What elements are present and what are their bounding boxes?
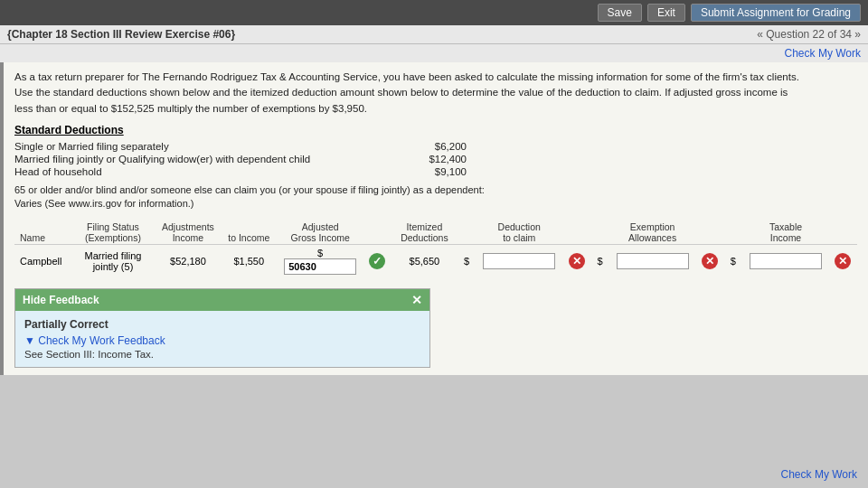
adjusted-gross-input[interactable] (284, 258, 356, 275)
save-button[interactable]: Save (598, 4, 642, 22)
deduction-label-married-joint: Married filing jointly or Qualifying wid… (14, 154, 310, 164)
col-header-filing-status: Filing Status (Exemptions) (71, 221, 155, 245)
feedback-see-text: See Section III: Income Tax. (24, 349, 420, 360)
col-header-x2 (695, 221, 723, 245)
cell-taxable (742, 244, 829, 277)
feedback-header-label: Hide Feedback (23, 294, 99, 306)
dollar-sign-exemption: $ (597, 256, 602, 267)
cell-x2: ✕ (695, 244, 723, 277)
standard-deductions-header: Standard Deductions (14, 124, 857, 136)
exemption-input[interactable] (617, 253, 689, 269)
instructions-line3: less than or equal to $152,525 multiply … (14, 103, 367, 114)
x-icon-3: ✕ (835, 253, 851, 269)
deduction-claim-input[interactable] (483, 253, 555, 269)
cell-x3: ✕ (829, 244, 857, 277)
toolbar: Save Exit Submit Assignment for Grading (0, 0, 868, 25)
col-header-to-income: to Income (221, 221, 277, 245)
deduction-label-single: Single or Married filing separately (14, 141, 169, 152)
col-header-name: Name (14, 221, 71, 245)
cell-dollar-exemption: $ (590, 244, 609, 277)
cell-adjustments: $1,550 (221, 244, 277, 277)
table-row: Campbell Married filing jointly (5) $52,… (14, 244, 857, 277)
data-table-wrapper: Name Filing Status (Exemptions) Adjustme… (14, 221, 857, 277)
feedback-body: Partially Correct ▼ Check My Work Feedba… (15, 311, 429, 367)
main-content: As a tax return preparer for The Fernand… (0, 62, 868, 375)
data-table: Name Filing Status (Exemptions) Adjustme… (14, 221, 857, 277)
instructions-line1: As a tax return preparer for The Fernand… (14, 71, 799, 82)
dollar-sign-deduction: $ (464, 256, 469, 267)
question-nav[interactable]: « Question 22 of 34 » (757, 28, 861, 41)
deduction-row-hoh: Head of household $9,100 (14, 165, 467, 178)
check-my-work-bottom[interactable]: Check My Work (781, 468, 857, 481)
deduction-amount-married-joint: $12,400 (412, 154, 467, 164)
col-header-taxable: Taxable Income (742, 221, 829, 245)
x-icon-2: ✕ (702, 253, 718, 269)
deduction-note: 65 or older and/or blind and/or someone … (14, 183, 485, 211)
col-header-dollar-exemption (590, 221, 609, 245)
feedback-link[interactable]: ▼ Check My Work Feedback (24, 334, 420, 347)
taxable-income-input[interactable] (750, 253, 822, 269)
deduction-row-single: Single or Married filing separately $6,2… (14, 140, 467, 153)
instructions: As a tax return preparer for The Fernand… (14, 70, 857, 117)
x-icon-1: ✕ (569, 253, 585, 269)
chapter-bar: {Chapter 18 Section III Review Exercise … (0, 25, 868, 44)
cell-name: Campbell (14, 244, 71, 277)
dollar-sign-taxable: $ (731, 256, 736, 267)
cell-check-icon: ✓ (363, 244, 392, 277)
feedback-section: Hide Feedback ✕ Partially Correct ▼ Chec… (14, 288, 430, 368)
deduction-label-hoh: Head of household (14, 166, 102, 177)
col-header-dollar-taxable (724, 221, 743, 245)
deduction-table: Single or Married filing separately $6,2… (14, 140, 467, 178)
cell-income: $52,180 (156, 244, 221, 277)
feedback-header: Hide Feedback ✕ (15, 289, 429, 311)
cell-filing-status: Married filing jointly (5) (71, 244, 155, 277)
check-icon: ✓ (369, 253, 385, 269)
deduction-row-married-joint: Married filing jointly or Qualifying wid… (14, 153, 467, 165)
cell-itemized: $5,650 (392, 244, 458, 277)
col-header-adjustments: Adjustments Income (156, 221, 221, 245)
col-header-x3 (829, 221, 857, 245)
cell-x1: ✕ (562, 244, 590, 277)
cell-dollar-deduction: $ (458, 244, 476, 277)
submit-button[interactable]: Submit Assignment for Grading (691, 4, 861, 22)
deduction-amount-hoh: $9,100 (412, 166, 467, 177)
deduction-amount-single: $6,200 (412, 141, 467, 152)
col-header-itemized: Itemized Deductions (392, 221, 458, 245)
instructions-line2: Use the standard deductions shown below … (14, 87, 788, 98)
cell-exemption (609, 244, 696, 277)
cell-deduction-claim (476, 244, 562, 277)
col-header-exemption: Exemption Allowances (609, 221, 696, 245)
feedback-status: Partially Correct (24, 318, 420, 331)
col-header-deduction-claim: Deduction to claim (476, 221, 562, 245)
feedback-close-button[interactable]: ✕ (411, 293, 422, 307)
cell-dollar-taxable: $ (724, 244, 743, 277)
col-header-x1 (562, 221, 590, 245)
col-header-adjusted-gross: Adjusted Gross Income (277, 221, 363, 245)
dollar-sign-gross: $ (317, 248, 323, 258)
col-header-check1 (363, 221, 392, 245)
col-header-dollar-deduction (458, 221, 476, 245)
exit-button[interactable]: Exit (647, 4, 685, 22)
cell-adjusted-gross: $ (277, 244, 363, 277)
chapter-title: {Chapter 18 Section III Review Exercise … (7, 28, 235, 41)
check-my-work-top[interactable]: Check My Work (0, 44, 868, 62)
